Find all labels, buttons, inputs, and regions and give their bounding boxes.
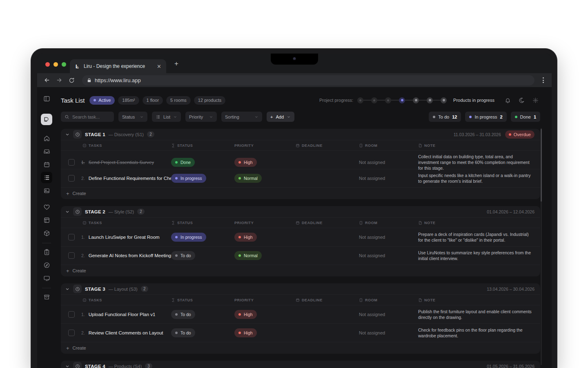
status-pill[interactable]: To do xyxy=(171,328,195,337)
create-task-button[interactable]: +Create xyxy=(61,342,540,354)
sidebar-item-calendar[interactable] xyxy=(41,159,52,170)
collapse-chevron-icon[interactable] xyxy=(65,132,70,137)
status-filter-dropdown[interactable]: Status xyxy=(118,112,147,122)
task-row[interactable]: 2.Define Functional Requirements for Che… xyxy=(61,169,540,187)
sidebar-item-notes[interactable] xyxy=(41,214,52,226)
settings-gear-icon[interactable] xyxy=(530,95,540,105)
priority-pill[interactable]: High xyxy=(234,310,257,319)
task-row[interactable]: 2.Review Client Comments on Layout To do… xyxy=(61,323,540,342)
status-pill[interactable]: In progress xyxy=(171,233,206,242)
priority-pill[interactable]: Normal xyxy=(234,174,262,183)
browser-tab[interactable]: Ŀ Liru - Design the experience ✕ xyxy=(70,59,166,73)
address-bar[interactable]: https://www.liru.app xyxy=(82,75,535,85)
sidebar-item-explore[interactable] xyxy=(41,259,52,271)
sidebar-item-gallery[interactable] xyxy=(41,185,52,196)
note-cell[interactable]: Use LiruNotes to summarize key style pre… xyxy=(418,247,540,264)
status-pill[interactable]: In progress xyxy=(171,174,206,183)
sidebar-item-products[interactable] xyxy=(41,227,52,239)
browser-menu-icon[interactable] xyxy=(543,77,544,83)
task-row[interactable]: 1.Send Project Essentials Survey Done Hi… xyxy=(61,150,540,169)
task-checkbox[interactable] xyxy=(68,252,75,259)
progress-dot[interactable] xyxy=(413,97,419,103)
progress-dot[interactable] xyxy=(427,97,433,103)
stage-header[interactable]: STAGE 3 — Layout (S3) 2 13.04.2026 – 30.… xyxy=(61,283,540,294)
task-checkbox[interactable] xyxy=(68,330,75,336)
forward-icon[interactable] xyxy=(54,75,64,85)
scrollbar-thumb[interactable] xyxy=(541,129,542,202)
room-cell[interactable]: Not assigned xyxy=(359,176,418,181)
stage-header[interactable]: STAGE 2 — Style (S2) 2 01.04.2026 – 12.0… xyxy=(61,206,540,217)
priority-pill[interactable]: Normal xyxy=(234,251,262,260)
task-title: Launch LiruSwipe for Great Room xyxy=(89,235,160,240)
collapse-chevron-icon[interactable] xyxy=(65,364,70,368)
stage-clock-icon[interactable] xyxy=(73,362,82,368)
status-pill[interactable]: Done xyxy=(171,158,195,167)
note-cell[interactable]: Input specific needs like a kitchen isla… xyxy=(418,170,540,187)
inprogress-counter[interactable]: In progress2 xyxy=(465,112,506,122)
stage-clock-icon[interactable] xyxy=(73,130,82,139)
progress-dot[interactable] xyxy=(441,97,447,103)
search-input[interactable] xyxy=(61,112,114,122)
tab-close-icon[interactable]: ✕ xyxy=(156,63,162,70)
sidebar-item-archive[interactable] xyxy=(41,291,52,303)
room-cell[interactable]: Not assigned xyxy=(359,235,418,240)
note-cell[interactable]: Publish the first furniture layout and e… xyxy=(418,306,540,323)
dark-mode-moon-icon[interactable] xyxy=(517,95,526,105)
status-pill[interactable]: To do xyxy=(171,251,195,260)
note-cell[interactable]: Prepare a deck of inspiration cards (Jap… xyxy=(418,229,540,246)
progress-dot[interactable] xyxy=(385,97,391,103)
collapse-chevron-icon[interactable] xyxy=(65,287,70,292)
stage-clock-icon[interactable] xyxy=(73,207,82,216)
note-cell[interactable]: Check for feedback pins on the floor pla… xyxy=(418,324,540,341)
stage-clock-icon[interactable] xyxy=(73,285,82,293)
close-window-button[interactable] xyxy=(45,62,50,67)
stage-header[interactable]: STAGE 4 — Products (S4) 3 01.05.2026 – 3… xyxy=(61,361,540,368)
create-task-button[interactable]: +Create xyxy=(61,265,540,276)
sidebar-item-tasks[interactable] xyxy=(41,172,52,183)
priority-pill[interactable]: High xyxy=(234,328,257,337)
sidebar-item-clipboard[interactable] xyxy=(41,246,52,258)
new-tab-button[interactable]: + xyxy=(172,59,181,68)
fullscreen-window-button[interactable] xyxy=(62,62,66,67)
scrollbar[interactable] xyxy=(541,128,542,365)
progress-dot[interactable] xyxy=(371,97,377,103)
priority-filter-dropdown[interactable]: Priority xyxy=(185,112,217,122)
done-counter[interactable]: Done1 xyxy=(511,112,540,122)
room-cell[interactable]: Not assigned xyxy=(359,160,418,165)
sorting-dropdown[interactable]: Sorting xyxy=(221,112,262,122)
minimize-window-button[interactable] xyxy=(53,62,58,67)
refresh-icon[interactable] xyxy=(67,75,76,85)
sidebar-item-inbox[interactable] xyxy=(41,146,52,157)
task-checkbox[interactable] xyxy=(68,311,75,318)
room-cell[interactable]: Not assigned xyxy=(359,253,418,258)
sidebar-item-favorites[interactable] xyxy=(41,201,52,213)
create-task-button[interactable]: +Create xyxy=(61,187,540,199)
priority-pill[interactable]: High xyxy=(234,233,257,242)
add-button[interactable]: + Add xyxy=(267,112,294,122)
progress-dot[interactable] xyxy=(357,97,363,103)
project-progress-stepper[interactable] xyxy=(357,97,447,103)
liru-logo-icon[interactable] xyxy=(41,114,52,125)
priority-pill[interactable]: High xyxy=(234,158,257,167)
task-row[interactable]: 1.Upload Functional Floor Plan v1 To do … xyxy=(61,305,540,323)
todo-counter[interactable]: To do12 xyxy=(429,112,461,122)
notifications-bell-icon[interactable] xyxy=(503,95,512,105)
back-icon[interactable] xyxy=(42,75,52,85)
room-cell[interactable]: Not assigned xyxy=(359,330,418,335)
active-status-badge[interactable]: Active xyxy=(89,96,115,105)
collapse-chevron-icon[interactable] xyxy=(65,209,70,214)
view-mode-dropdown[interactable]: List xyxy=(152,112,181,122)
sidebar-item-devices[interactable] xyxy=(41,272,52,284)
room-cell[interactable]: Not assigned xyxy=(359,312,418,317)
sidebar-toggle-icon[interactable] xyxy=(41,93,52,104)
task-checkbox[interactable] xyxy=(68,175,75,182)
task-row[interactable]: 2.Generate AI Notes from Kickoff Meeting… xyxy=(61,246,540,265)
sidebar-item-home[interactable] xyxy=(41,132,52,144)
task-checkbox[interactable] xyxy=(68,159,75,166)
status-pill[interactable]: To do xyxy=(171,310,195,319)
stage-name: STAGE 1 xyxy=(85,132,105,137)
progress-dot-current[interactable] xyxy=(399,97,405,103)
task-checkbox[interactable] xyxy=(68,234,75,240)
task-row[interactable]: 1.Launch LiruSwipe for Great Room In pro… xyxy=(61,228,540,246)
stage-header[interactable]: STAGE 1 — Discovery (S1) 2 11.03.2026 – … xyxy=(61,129,540,140)
